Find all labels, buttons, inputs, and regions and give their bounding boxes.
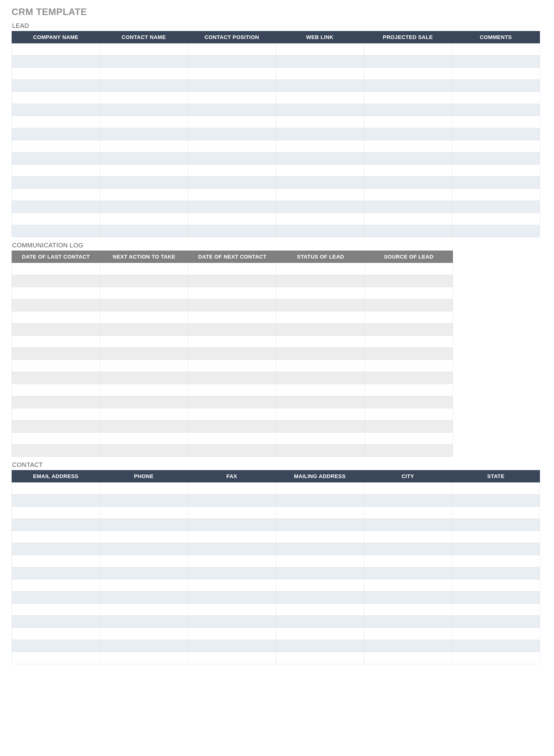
contact-cell[interactable]: [364, 531, 452, 543]
lead-cell[interactable]: [276, 116, 364, 128]
communication-log-cell[interactable]: [365, 396, 453, 408]
lead-cell[interactable]: [276, 201, 364, 213]
contact-cell[interactable]: [188, 652, 276, 664]
lead-cell[interactable]: [452, 92, 540, 104]
lead-cell[interactable]: [12, 140, 100, 153]
communication-log-cell[interactable]: [277, 432, 365, 445]
lead-cell[interactable]: [100, 92, 188, 104]
contact-cell[interactable]: [276, 495, 364, 507]
communication-log-cell[interactable]: [188, 299, 277, 311]
lead-cell[interactable]: [364, 92, 452, 104]
lead-cell[interactable]: [276, 153, 364, 165]
lead-cell[interactable]: [188, 80, 276, 92]
lead-cell[interactable]: [188, 153, 276, 165]
contact-cell[interactable]: [364, 482, 452, 495]
contact-cell[interactable]: [276, 519, 364, 531]
lead-cell[interactable]: [188, 43, 276, 56]
communication-log-cell[interactable]: [12, 408, 100, 420]
lead-cell[interactable]: [276, 68, 364, 80]
lead-cell[interactable]: [188, 92, 276, 104]
contact-cell[interactable]: [188, 507, 276, 519]
contact-cell[interactable]: [188, 591, 276, 603]
communication-log-cell[interactable]: [188, 275, 277, 287]
contact-cell[interactable]: [12, 519, 100, 531]
communication-log-cell[interactable]: [188, 311, 277, 324]
communication-log-cell[interactable]: [277, 420, 365, 432]
lead-cell[interactable]: [100, 225, 188, 237]
contact-cell[interactable]: [12, 531, 100, 543]
contact-cell[interactable]: [188, 531, 276, 543]
communication-log-cell[interactable]: [277, 408, 365, 420]
communication-log-cell[interactable]: [188, 408, 277, 420]
contact-cell[interactable]: [188, 482, 276, 495]
communication-log-cell[interactable]: [12, 263, 100, 275]
communication-log-cell[interactable]: [365, 432, 453, 445]
communication-log-cell[interactable]: [100, 408, 188, 420]
lead-cell[interactable]: [364, 153, 452, 165]
lead-cell[interactable]: [452, 189, 540, 201]
communication-log-cell[interactable]: [12, 372, 100, 384]
lead-cell[interactable]: [188, 116, 276, 128]
communication-log-cell[interactable]: [100, 311, 188, 324]
lead-cell[interactable]: [188, 165, 276, 177]
lead-cell[interactable]: [276, 165, 364, 177]
contact-cell[interactable]: [452, 579, 540, 591]
lead-cell[interactable]: [12, 116, 100, 128]
lead-cell[interactable]: [100, 128, 188, 140]
lead-cell[interactable]: [276, 80, 364, 92]
contact-cell[interactable]: [188, 543, 276, 555]
communication-log-cell[interactable]: [12, 287, 100, 299]
lead-cell[interactable]: [12, 80, 100, 92]
lead-cell[interactable]: [452, 201, 540, 213]
lead-cell[interactable]: [12, 201, 100, 213]
lead-cell[interactable]: [188, 140, 276, 153]
lead-cell[interactable]: [100, 104, 188, 116]
communication-log-cell[interactable]: [12, 384, 100, 396]
communication-log-cell[interactable]: [12, 420, 100, 432]
lead-cell[interactable]: [100, 80, 188, 92]
contact-cell[interactable]: [452, 628, 540, 640]
lead-cell[interactable]: [12, 43, 100, 56]
lead-cell[interactable]: [452, 128, 540, 140]
communication-log-cell[interactable]: [100, 324, 188, 336]
lead-cell[interactable]: [100, 213, 188, 225]
contact-cell[interactable]: [364, 519, 452, 531]
contact-cell[interactable]: [12, 640, 100, 652]
communication-log-cell[interactable]: [365, 348, 453, 360]
lead-cell[interactable]: [276, 140, 364, 153]
contact-cell[interactable]: [188, 495, 276, 507]
communication-log-cell[interactable]: [277, 263, 365, 275]
communication-log-cell[interactable]: [12, 445, 100, 457]
communication-log-cell[interactable]: [188, 263, 277, 275]
contact-cell[interactable]: [100, 531, 188, 543]
lead-cell[interactable]: [452, 56, 540, 68]
lead-cell[interactable]: [188, 177, 276, 189]
contact-cell[interactable]: [188, 603, 276, 616]
contact-cell[interactable]: [276, 531, 364, 543]
lead-cell[interactable]: [12, 92, 100, 104]
lead-cell[interactable]: [276, 128, 364, 140]
communication-log-cell[interactable]: [277, 275, 365, 287]
contact-cell[interactable]: [276, 482, 364, 495]
contact-cell[interactable]: [452, 531, 540, 543]
communication-log-cell[interactable]: [12, 432, 100, 445]
communication-log-cell[interactable]: [277, 324, 365, 336]
lead-cell[interactable]: [276, 92, 364, 104]
lead-cell[interactable]: [276, 177, 364, 189]
lead-cell[interactable]: [188, 128, 276, 140]
contact-cell[interactable]: [12, 628, 100, 640]
contact-cell[interactable]: [12, 591, 100, 603]
contact-cell[interactable]: [100, 652, 188, 664]
communication-log-cell[interactable]: [100, 432, 188, 445]
contact-cell[interactable]: [276, 628, 364, 640]
communication-log-cell[interactable]: [100, 360, 188, 372]
lead-cell[interactable]: [452, 116, 540, 128]
contact-cell[interactable]: [12, 616, 100, 628]
contact-cell[interactable]: [364, 567, 452, 579]
communication-log-cell[interactable]: [277, 360, 365, 372]
contact-cell[interactable]: [364, 616, 452, 628]
communication-log-cell[interactable]: [100, 299, 188, 311]
lead-cell[interactable]: [12, 68, 100, 80]
contact-cell[interactable]: [188, 616, 276, 628]
contact-cell[interactable]: [100, 507, 188, 519]
